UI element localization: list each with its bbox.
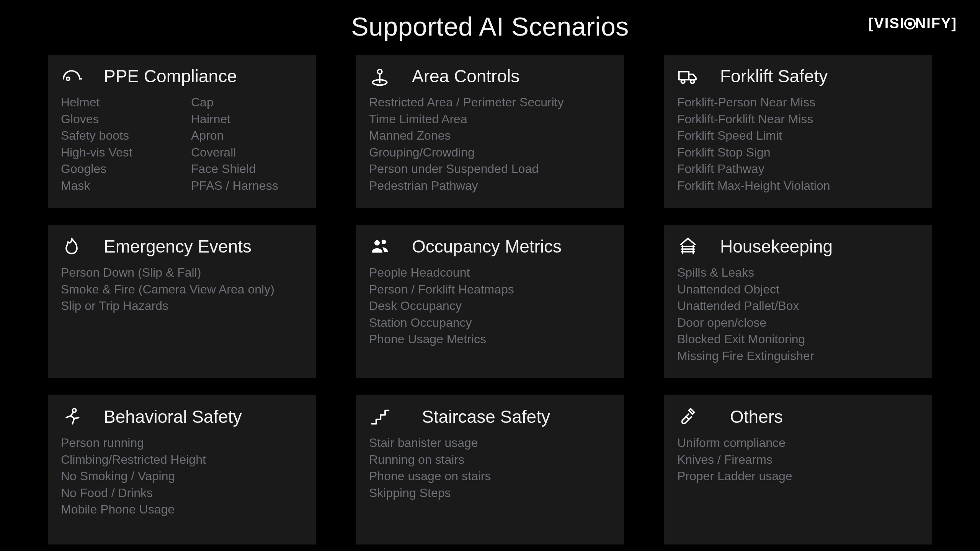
list-item: Gloves: [61, 111, 191, 127]
list-item: Cap: [191, 95, 303, 111]
list-item: Station Occupancy: [369, 315, 611, 331]
list-item: Slip or Trip Hazards: [61, 298, 303, 314]
card-body: Person running Climbing/Restricted Heigh…: [48, 435, 316, 518]
card-staircase-safety: Staircase Safety Stair banister usage Ru…: [356, 395, 624, 544]
card-title: Emergency Events: [91, 236, 303, 257]
list-item: Apron: [191, 128, 303, 144]
truck-icon: [677, 65, 707, 87]
list-item: Forklift-Person Near Miss: [677, 95, 919, 111]
tool-icon: [677, 406, 707, 427]
list-item: Spills & Leaks: [677, 265, 919, 281]
svg-point-3: [377, 70, 382, 74]
card-body: Person Down (Slip & Fall) Smoke & Fire (…: [48, 265, 316, 314]
card-body: Helmet Gloves Safety boots High-vis Vest…: [48, 95, 316, 195]
list-item: No Smoking / Vaping: [61, 468, 303, 484]
list-item: Forklift Speed Limit: [677, 128, 919, 144]
list-item: Phone usage on stairs: [369, 468, 611, 484]
list-item: Person / Forklift Heatmaps: [369, 282, 611, 298]
list-item: Unattended Pallet/Box: [677, 298, 919, 314]
card-body: Forklift-Person Near Miss Forklift-Forkl…: [664, 95, 932, 194]
card-title: Staircase Safety: [399, 406, 611, 427]
svg-point-6: [691, 80, 694, 83]
cards-grid: PPE Compliance Helmet Gloves Safety boot…: [0, 55, 980, 544]
list-item: Uniform compliance: [677, 435, 919, 451]
list-item: Forklift-Forklift Near Miss: [677, 111, 919, 127]
house-icon: [677, 236, 707, 257]
list-item: Hairnet: [191, 111, 303, 127]
list-item: Forklift Max-Height Violation: [677, 178, 919, 194]
list-item: People Headcount: [369, 265, 611, 281]
list-item: Person running: [61, 435, 303, 451]
list-item: Pedestrian Pathway: [369, 178, 611, 194]
list-item: Safety boots: [61, 128, 191, 144]
page-title: Supported AI Scenarios: [0, 11, 980, 41]
list-item: Mobile Phone Usage: [61, 502, 303, 518]
card-title: PPE Compliance: [91, 66, 303, 86]
card-title: Occupancy Metrics: [399, 236, 611, 257]
people-icon: [369, 236, 399, 257]
list-item: Mask: [61, 178, 191, 194]
card-body: People Headcount Person / Forklift Heatm…: [356, 265, 624, 347]
card-body: Stair banister usage Running on stairs P…: [356, 435, 624, 501]
list-item: High-vis Vest: [61, 145, 191, 161]
list-item: Missing Fire Extinguisher: [677, 348, 919, 364]
list-item: Manned Zones: [369, 128, 611, 144]
list-item: Phone Usage Metrics: [369, 331, 611, 347]
list-item: Running on stairs: [369, 452, 611, 468]
card-area-controls: Area Controls Restricted Area / Perimete…: [356, 55, 624, 208]
list-item: Time Limited Area: [369, 111, 611, 127]
list-item: Blocked Exit Monitoring: [677, 331, 919, 347]
list-item: No Food / Drinks: [61, 485, 303, 501]
svg-point-7: [374, 240, 380, 246]
svg-point-8: [382, 240, 386, 245]
card-body: Uniform compliance Knives / Firearms Pro…: [664, 435, 932, 484]
list-item: PFAS / Harness: [191, 178, 303, 194]
list-item: Stair banister usage: [369, 435, 611, 451]
list-item: Skipping Steps: [369, 485, 611, 501]
brand-logo: [VISINIFY]: [869, 15, 957, 32]
map-pin-icon: [369, 65, 399, 87]
card-emergency-events: Emergency Events Person Down (Slip & Fal…: [48, 225, 316, 378]
list-item: Face Shield: [191, 161, 303, 177]
card-title: Housekeeping: [707, 236, 919, 257]
svg-point-5: [681, 80, 685, 83]
card-title: Area Controls: [399, 66, 611, 86]
card-others: Others Uniform compliance Knives / Firea…: [664, 395, 932, 544]
list-item: Coverall: [191, 145, 303, 161]
list-item: Googles: [61, 161, 191, 177]
card-occupancy-metrics: Occupancy Metrics People Headcount Perso…: [356, 225, 624, 378]
list-item: Forklift Stop Sign: [677, 145, 919, 161]
svg-rect-4: [679, 72, 689, 80]
list-item: Person Down (Slip & Fall): [61, 265, 303, 281]
running-icon: [61, 406, 91, 427]
page: [VISINIFY] Supported AI Scenarios PPE Co…: [0, 0, 980, 551]
card-body: Spills & Leaks Unattended Object Unatten…: [664, 265, 932, 364]
card-behavioral-safety: Behavioral Safety Person running Climbin…: [48, 395, 316, 544]
list-item: Grouping/Crowding: [369, 145, 611, 161]
helmet-icon: [61, 65, 91, 87]
list-item: Helmet: [61, 95, 191, 111]
list-item: Knives / Firearms: [677, 452, 919, 468]
card-title: Behavioral Safety: [91, 406, 303, 427]
list-item: Person under Suspended Load: [369, 161, 611, 177]
list-item: Smoke & Fire (Camera View Area only): [61, 282, 303, 298]
svg-point-1: [68, 78, 69, 79]
list-item: Forklift Pathway: [677, 161, 919, 177]
list-item: Door open/close: [677, 315, 919, 331]
card-title: Forklift Safety: [707, 66, 919, 86]
card-forklift-safety: Forklift Safety Forklift-Person Near Mis…: [664, 55, 932, 208]
list-item: Climbing/Restricted Height: [61, 452, 303, 468]
card-title: Others: [707, 406, 919, 427]
list-item: Desk Occupancy: [369, 298, 611, 314]
stairs-icon: [369, 406, 399, 427]
list-item: Proper Ladder usage: [677, 468, 919, 484]
card-body: Restricted Area / Perimeter Security Tim…: [356, 95, 624, 194]
list-item: Unattended Object: [677, 282, 919, 298]
card-housekeeping: Housekeeping Spills & Leaks Unattended O…: [664, 225, 932, 378]
card-ppe-compliance: PPE Compliance Helmet Gloves Safety boot…: [48, 55, 316, 208]
flame-icon: [61, 236, 91, 257]
list-item: Restricted Area / Perimeter Security: [369, 95, 611, 111]
